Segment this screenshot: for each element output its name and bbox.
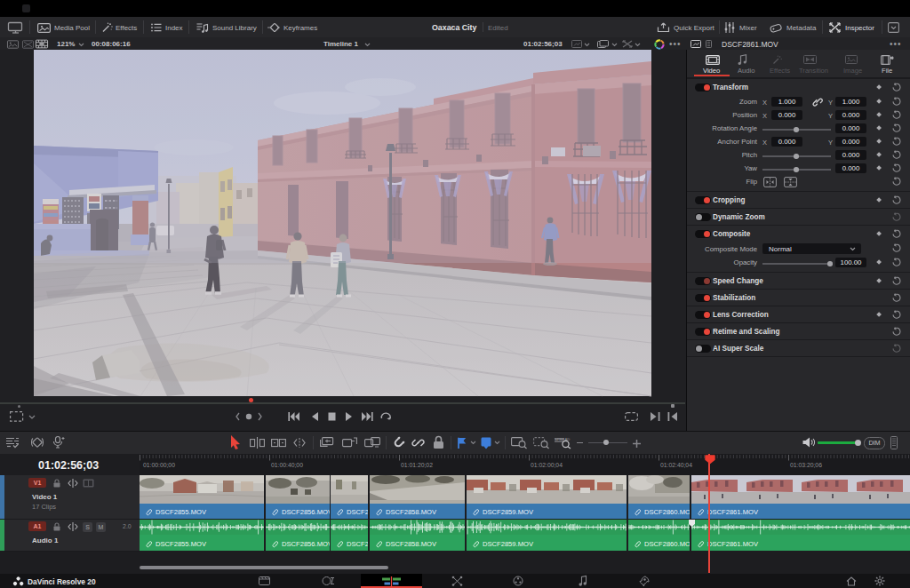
svg-text:DSCF2860.MOV: DSCF2860.MOV (644, 508, 696, 516)
svg-text:01:00:00;00: 01:00:00;00 (143, 462, 175, 468)
svg-text:DSCF2856.MOV: DSCF2856.MOV (282, 508, 333, 516)
svg-text:DSCF2858.MOV: DSCF2858.MOV (386, 508, 437, 516)
svg-text:DSCF2860.MOV: DSCF2860.MOV (644, 540, 696, 548)
svg-text:01:01:20;02: 01:01:20;02 (401, 462, 433, 468)
svg-text:01:03:20;06: 01:03:20;06 (790, 462, 822, 468)
svg-text:01:02:00;04: 01:02:00;04 (531, 462, 563, 468)
svg-text:01:02:40;04: 01:02:40;04 (660, 462, 692, 468)
svg-text:01:00:40;00: 01:00:40;00 (271, 462, 303, 468)
svg-text:DSCF2861.MOV: DSCF2861.MOV (707, 540, 759, 548)
svg-text:DSCF2859.MOV: DSCF2859.MOV (483, 508, 534, 516)
svg-text:DSCF2856.MOV: DSCF2856.MOV (282, 540, 333, 548)
svg-text:DSCF2858.MOV: DSCF2858.MOV (386, 540, 437, 548)
svg-text:DSCF2855.MOV: DSCF2855.MOV (156, 540, 207, 548)
svg-text:DSCF2861.MOV: DSCF2861.MOV (707, 508, 759, 516)
svg-text:DSCF2855.MOV: DSCF2855.MOV (156, 508, 207, 516)
svg-text:DSCF2859.MOV: DSCF2859.MOV (483, 540, 534, 548)
